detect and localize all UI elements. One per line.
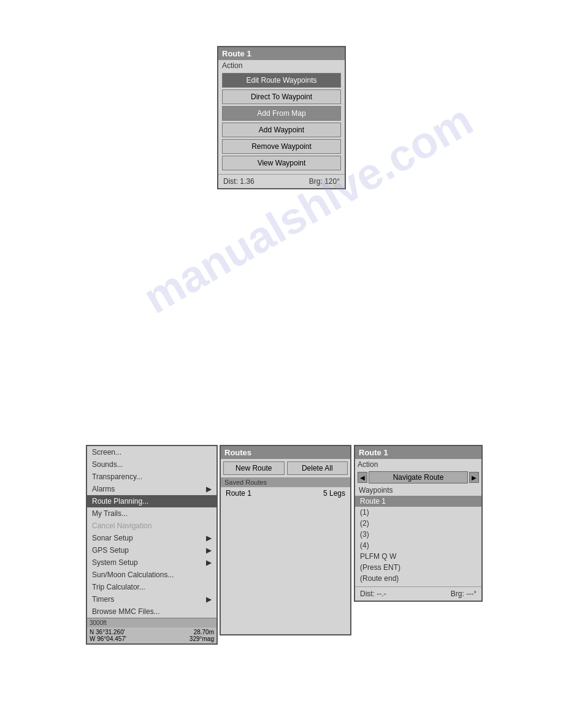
- menu-coords: N 36°31.260' 28.70m W 96°04.457' 329°mag: [87, 628, 216, 643]
- menu-item-browse-mmc[interactable]: Browse MMC Files...: [87, 605, 216, 618]
- view-waypoint-btn[interactable]: View Waypoint: [222, 156, 341, 170]
- nav-left-arrow[interactable]: ◀: [358, 472, 367, 483]
- menu-item-transparency[interactable]: Transparency...: [87, 471, 216, 483]
- menu-item-my-trails[interactable]: My Trails...: [87, 507, 216, 520]
- menu-item-system-label: System Setup: [92, 558, 138, 567]
- menu-footer-bar: 3000ft: [87, 618, 216, 628]
- menu-item-trip-calc[interactable]: Trip Calculator...: [87, 581, 216, 593]
- arrow-icon-sonar: ▶: [206, 534, 212, 542]
- route-detail-footer: Dist: --.- Brg: ---°: [355, 586, 481, 601]
- coord-row-1: N 36°31.260' 28.70m: [90, 629, 214, 635]
- route-detail-title: Route 1: [355, 446, 481, 459]
- menu-item-screen[interactable]: Screen...: [87, 446, 216, 458]
- coord-row-2: W 96°04.457' 329°mag: [90, 635, 214, 642]
- navigate-route-label[interactable]: Navigate Route: [369, 471, 468, 483]
- route-detail-dist: Dist: --.-: [360, 590, 386, 598]
- navigate-route-row: ◀ Navigate Route ▶: [355, 470, 481, 485]
- edit-route-waypoints-btn[interactable]: Edit Route Waypoints: [222, 73, 341, 88]
- waypoints-section-label: Waypoints: [355, 485, 481, 496]
- footer-scale: 3000ft: [90, 620, 107, 626]
- top-route-dialog: Route 1 Action Edit Route Waypoints Dire…: [217, 46, 346, 189]
- coord1-val: 28.70m: [194, 629, 214, 635]
- menu-item-sounds[interactable]: Sounds...: [87, 458, 216, 471]
- direct-to-waypoint-btn[interactable]: Direct To Waypoint: [222, 89, 341, 104]
- menu-item-gps-setup[interactable]: GPS Setup ▶: [87, 544, 216, 556]
- menu-item-sonar-label: Sonar Setup: [92, 534, 133, 542]
- menu-item-sonar-setup[interactable]: Sonar Setup ▶: [87, 532, 216, 544]
- route-detail-action-label: Action: [355, 459, 481, 470]
- menu-item-alarms[interactable]: Alarms ▶: [87, 483, 216, 495]
- top-dialog-dist: Dist: 1.36: [223, 177, 255, 186]
- route-legs: 5 Legs: [323, 489, 345, 498]
- routes-panel-title: Routes: [221, 446, 350, 459]
- arrow-icon-timers: ▶: [206, 595, 212, 604]
- waypoint-plfm[interactable]: PLFM Q W: [355, 551, 481, 562]
- menu-item-gps-label: GPS Setup: [92, 546, 129, 555]
- delete-all-btn[interactable]: Delete All: [287, 461, 348, 475]
- menu-item-alarms-label: Alarms: [92, 485, 115, 493]
- coord1-lat: 36°31.260': [96, 629, 125, 635]
- arrow-icon-system: ▶: [206, 558, 212, 567]
- nav-right-arrow[interactable]: ▶: [469, 472, 479, 483]
- waypoint-route-end[interactable]: (Route end): [355, 573, 481, 584]
- waypoint-route1[interactable]: Route 1: [355, 496, 481, 507]
- arrow-icon: ▶: [206, 485, 212, 493]
- waypoint-press-ent[interactable]: (Press ENT): [355, 562, 481, 573]
- top-dialog-footer: Dist: 1.36 Brg: 120°: [218, 174, 345, 188]
- menu-item-cancel-navigation: Cancel Navigation: [87, 520, 216, 532]
- main-menu: Screen... Sounds... Transparency... Alar…: [86, 445, 218, 645]
- waypoint-2[interactable]: (2): [355, 518, 481, 529]
- top-dialog-title: Route 1: [218, 47, 345, 60]
- add-from-map-btn[interactable]: Add From Map: [222, 106, 341, 121]
- coord2-lon: 96°04.457': [97, 635, 126, 642]
- routes-buttons: New Route Delete All: [221, 459, 350, 477]
- footer-bar-row: 3000ft: [90, 620, 214, 626]
- top-dialog-action: Action: [218, 60, 345, 71]
- route-detail-panel: Route 1 Action ◀ Navigate Route ▶ Waypoi…: [354, 445, 483, 602]
- remove-waypoint-btn[interactable]: Remove Waypoint: [222, 139, 341, 154]
- route-detail-brg: Brg: ---°: [451, 590, 477, 598]
- coord2-prefix: W: [90, 635, 95, 642]
- menu-item-sun-moon[interactable]: Sun/Moon Calculations...: [87, 569, 216, 581]
- route-list-item[interactable]: Route 1 5 Legs: [221, 487, 350, 499]
- menu-item-system-setup[interactable]: System Setup ▶: [87, 556, 216, 569]
- saved-routes-label: Saved Routes: [221, 477, 350, 487]
- waypoint-4[interactable]: (4): [355, 540, 481, 551]
- coord2-val: 329°mag: [190, 635, 214, 642]
- new-route-btn[interactable]: New Route: [223, 461, 285, 475]
- add-waypoint-btn[interactable]: Add Waypoint: [222, 123, 341, 137]
- menu-item-timers-label: Timers: [92, 595, 114, 604]
- routes-panel: Routes New Route Delete All Saved Routes…: [220, 445, 351, 635]
- route-name: Route 1: [226, 489, 251, 498]
- top-dialog-buttons: Edit Route Waypoints Direct To Waypoint …: [218, 71, 345, 174]
- arrow-icon-gps: ▶: [206, 546, 212, 555]
- waypoint-3[interactable]: (3): [355, 529, 481, 540]
- routes-empty-area: [221, 499, 350, 634]
- menu-item-route-planning[interactable]: Route Planning...: [87, 495, 216, 507]
- menu-item-timers[interactable]: Timers ▶: [87, 593, 216, 605]
- top-dialog-brg: Brg: 120°: [309, 177, 340, 186]
- coord1-prefix: N: [90, 629, 94, 635]
- waypoint-1[interactable]: (1): [355, 507, 481, 518]
